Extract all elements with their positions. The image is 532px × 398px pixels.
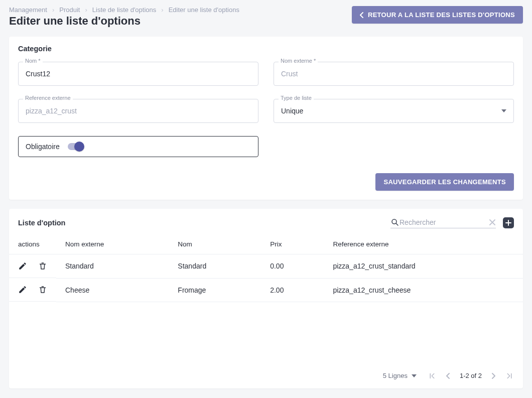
edit-icon[interactable]: [18, 261, 27, 271]
chevron-right-icon: ›: [161, 6, 163, 14]
breadcrumb-item[interactable]: Management: [9, 6, 47, 14]
table-row: Cheese Fromage 2.00 pizza_a12_crust_chee…: [9, 278, 523, 302]
chevron-right-icon: ›: [52, 6, 54, 14]
cell-ref-externe: pizza_a12_crust_standard: [324, 254, 523, 279]
back-button-label: RETOUR A LA LISTE DES LISTES D'OPTIONS: [368, 11, 515, 19]
rows-label: 5 Lignes: [383, 372, 408, 379]
breadcrumb: Management › Produit › Liste de liste d'…: [9, 6, 239, 14]
delete-icon[interactable]: [38, 285, 47, 294]
nom-input[interactable]: [18, 62, 258, 86]
obligatoire-toggle-box: Obligatoire: [18, 136, 258, 157]
type-liste-value: Unique: [281, 107, 303, 115]
nom-externe-input: [274, 62, 514, 86]
save-button-label: SAUVEGARDER LES CHANGEMENTS: [383, 178, 506, 186]
cell-prix: 0.00: [261, 254, 324, 279]
breadcrumb-item: Editer une liste d'options: [169, 6, 239, 14]
col-ref-externe: Reference externe: [324, 232, 523, 254]
svg-point-0: [392, 219, 396, 224]
cell-nom-externe: Cheese: [56, 278, 169, 302]
delete-icon[interactable]: [38, 261, 47, 271]
nom-externe-label: Nom externe *: [279, 58, 318, 64]
category-card: Categorie Nom * Nom externe * Reference …: [9, 37, 523, 200]
clear-search-icon[interactable]: [489, 219, 496, 226]
add-option-button[interactable]: [503, 217, 514, 228]
page-range: 1-2 of 2: [460, 372, 482, 379]
cell-nom-externe: Standard: [56, 254, 169, 279]
search-input[interactable]: [400, 218, 489, 226]
options-table: actions Nom externe Nom Prix Reference e…: [9, 232, 523, 302]
table-row: Standard Standard 0.00 pizza_a12_crust_s…: [9, 254, 523, 279]
breadcrumb-item[interactable]: Produit: [59, 6, 80, 14]
ref-externe-input: [18, 99, 258, 123]
edit-icon[interactable]: [18, 285, 27, 294]
col-nom-externe: Nom externe: [56, 232, 169, 254]
ref-externe-label: Reference externe: [23, 95, 73, 101]
nom-label: Nom *: [23, 58, 43, 64]
col-nom: Nom: [169, 232, 261, 254]
col-prix: Prix: [261, 232, 324, 254]
col-actions: actions: [9, 232, 56, 254]
chevron-left-icon: [360, 12, 364, 18]
last-page-icon[interactable]: [505, 371, 514, 380]
cell-ref-externe: pizza_a12_crust_cheese: [324, 278, 523, 302]
search-icon: [390, 218, 400, 227]
cell-nom: Fromage: [169, 278, 261, 302]
category-card-title: Categorie: [9, 37, 523, 56]
prev-page-icon[interactable]: [445, 372, 452, 379]
chevron-right-icon: ›: [85, 6, 87, 14]
next-page-icon[interactable]: [490, 372, 497, 379]
caret-down-icon: [501, 109, 506, 112]
type-liste-label: Type de liste: [279, 95, 314, 101]
options-card-title: Liste d'option: [18, 219, 65, 227]
cell-prix: 2.00: [261, 278, 324, 302]
rows-per-page-select[interactable]: 5 Lignes: [383, 372, 417, 379]
page-title: Editer une liste d'options: [9, 15, 239, 28]
options-card: Liste d'option action: [9, 209, 523, 388]
cell-nom: Standard: [169, 254, 261, 279]
back-to-list-button[interactable]: RETOUR A LA LISTE DES LISTES D'OPTIONS: [352, 6, 523, 24]
type-liste-select[interactable]: Unique: [274, 99, 514, 123]
breadcrumb-item[interactable]: Liste de liste d'options: [92, 6, 157, 14]
obligatoire-switch[interactable]: [68, 143, 83, 150]
caret-down-icon: [412, 374, 417, 377]
save-button[interactable]: SAUVEGARDER LES CHANGEMENTS: [375, 173, 514, 191]
obligatoire-label: Obligatoire: [26, 143, 60, 151]
first-page-icon[interactable]: [428, 371, 437, 380]
